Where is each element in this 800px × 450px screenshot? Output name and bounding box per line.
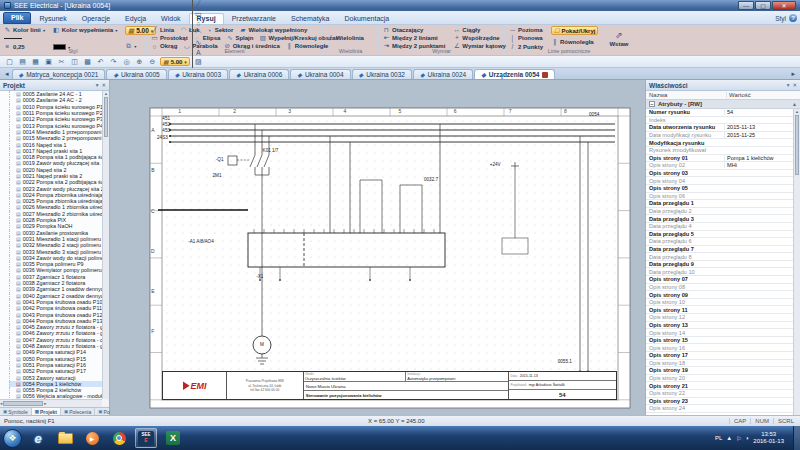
property-value[interactable]: 54: [724, 109, 793, 115]
ribbon-item-pozioma[interactable]: ─Pozioma: [509, 26, 543, 33]
tree-item-0025[interactable]: ▤0025 Pompa zbiornika uśredniając: [9, 198, 102, 204]
tree-item-0027[interactable]: ▤0027 Mieszadło 2 zbiornika uśredn: [9, 211, 102, 217]
drawing-canvas[interactable]: 45145245324S3-Q12M1K01 1/7+24V0032.7-A1 …: [110, 80, 645, 415]
property-value[interactable]: 2015-11-25: [724, 132, 793, 138]
line-style-sample[interactable]: [4, 38, 45, 39]
property-row-data-przeglądu-7[interactable]: Data przeglądu 7: [646, 246, 793, 254]
props-group-header[interactable]: − Atrybuty - [RW] ▲: [646, 100, 800, 109]
tree-item-0013[interactable]: ▤0013 Pompa ścieku surowego P4: [9, 122, 102, 128]
taskbar-ie-icon[interactable]: e: [27, 428, 49, 448]
toolbar-icon-zoom-in[interactable]: ⊕: [134, 58, 145, 66]
property-row-data-przeglądu-9[interactable]: Data przeglądu 9: [646, 261, 793, 269]
tree-item-0045[interactable]: ▤0045 Zawory zrzutu z flotatora - g: [9, 324, 102, 330]
tree-item-0012[interactable]: ▤0012 Pompa ścieku surowego P3: [9, 116, 102, 122]
ribbon-item-współrzędne[interactable]: +Współrzędne: [453, 34, 506, 41]
property-row-opis-strony-13[interactable]: Opis strony 13: [646, 322, 793, 330]
ribbon-item-między-2-liniami[interactable]: ⇤Między 2 liniami: [383, 34, 445, 42]
tree-item-0019[interactable]: ▤0019 Zawór wody płuczącej sita: [9, 160, 102, 166]
tray-volume-icon[interactable]: ◗: [746, 435, 750, 441]
toolbar-icon-hatch[interactable]: ▨: [193, 58, 204, 66]
tree-item-0036[interactable]: ▤0036 Wentylator pompy polimeru: [9, 267, 102, 273]
property-row-modyfikacja-rysunku[interactable]: Modyfikacja rysunku: [646, 139, 793, 147]
sidebar-tab-polecenia[interactable]: ▣Polecenia: [61, 408, 95, 415]
close-button[interactable]: ✕: [772, 1, 796, 10]
property-row-rysunek-zmodyfikował[interactable]: Rysunek zmodyfikował: [646, 147, 793, 155]
tree-item-0018[interactable]: ▤0018 Pompa sita 1 podbijająca ście: [9, 154, 102, 160]
document-tab-ukraina-0004[interactable]: ◆Ukraina 0004: [290, 69, 350, 79]
tree-item-0015[interactable]: ▤0015 Mieszadło 2 przepompowni: [9, 135, 102, 141]
property-row-data-przeglądu-4[interactable]: Data przeglądu 4: [646, 223, 793, 231]
property-row-data-modyfikacji-rysunku[interactable]: Data modyfikacji rysunku2015-11-25: [646, 132, 793, 140]
ribbon-tab-plik[interactable]: Plik: [3, 12, 31, 24]
line-color-button[interactable]: ✎Kolor linii▾: [4, 26, 45, 34]
taskbar-see-app-icon[interactable]: SEEE: [135, 428, 157, 448]
ribbon-item-linia[interactable]: ╱Linia: [151, 26, 174, 34]
property-row-opis-strony-14[interactable]: Opis strony 14: [646, 329, 793, 337]
property-row-opis-strony-19[interactable]: Opis strony 19: [646, 367, 793, 375]
toolbar-icon-save[interactable]: ▦: [30, 58, 41, 66]
tree-item-0032[interactable]: ▤0032 Mieszadło 2 stacji polimeru: [9, 242, 102, 248]
ribbon-item-ciągły[interactable]: ↔Ciągły: [453, 26, 506, 33]
property-row-opis-strony-04[interactable]: Opis strony 04: [646, 177, 793, 185]
tree-item-0043[interactable]: ▤0043 Pompa śrubowa osadu P12: [9, 311, 102, 317]
ribbon-tab-operacje[interactable]: Operacje: [75, 14, 117, 24]
toolbar-icon-spline[interactable]: ∿: [193, 39, 204, 47]
ribbon-item-otaczający[interactable]: ⊓Otaczający: [383, 26, 445, 34]
taskbar-media-icon[interactable]: ▶: [81, 428, 103, 448]
property-row-indeks[interactable]: Indeks: [646, 117, 793, 125]
document-tab-ukraina-0005[interactable]: ◆Ukraina 0005: [106, 69, 166, 79]
tree-item-0047[interactable]: ▤0047 Zawory zrzutu z flotatora - c: [9, 337, 102, 343]
property-row-opis-strony-17[interactable]: Opis strony 17: [646, 352, 793, 360]
tree-item-0042[interactable]: ▤0042 Pompa śrubowa osadu P11: [9, 305, 102, 311]
property-row-opis-strony-07[interactable]: Opis strony 07: [646, 276, 793, 284]
document-tab-ukraina-0003[interactable]: ◆Ukraina 0003: [168, 69, 228, 79]
tree-item-0023[interactable]: ▤0023 Zawór wody płuczącej sita 2: [9, 185, 102, 191]
start-button[interactable]: ❖: [3, 429, 22, 448]
collapse-icon[interactable]: −: [649, 101, 655, 107]
taskbar-excel-icon[interactable]: X: [162, 428, 184, 448]
tree-item-0041[interactable]: ▤0041 Pompa śrubowa osadu P10: [9, 299, 102, 305]
tree-item-0039[interactable]: ▤0039 Zgarniacz 1 osadów dennych: [9, 286, 102, 292]
property-row-opis-strony-02[interactable]: Opis strony 02MHi: [646, 162, 793, 170]
tray-network-icon[interactable]: ⚐: [736, 435, 741, 442]
property-row-opis-strony-20[interactable]: Opis strony 20: [646, 375, 793, 383]
tray-expand-icon[interactable]: ▲: [726, 435, 732, 441]
property-row-data-przeglądu-1[interactable]: Data przeglądu 1: [646, 200, 793, 208]
ribbon-item-rownolegla[interactable]: ∥Równoległa: [551, 38, 598, 46]
property-row-opis-strony-11[interactable]: Opis strony 11: [646, 306, 793, 314]
document-tab-urządzenia-0054[interactable]: ◆Urządzenia 0054: [474, 69, 555, 79]
toolbar-icon-cut[interactable]: ✂: [56, 58, 67, 66]
toolbar-icon-undo[interactable]: ↶: [95, 58, 106, 66]
project-tree-vscrollbar[interactable]: ▲: [102, 91, 109, 399]
tree-item-0014[interactable]: ▤0014 Mieszadło 1 przepompowni: [9, 129, 102, 135]
toolbar-icon-redo[interactable]: ↷: [108, 58, 119, 66]
property-row-data-przeglądu-10[interactable]: Data przeglądu 10: [646, 268, 793, 276]
taskbar-explorer-icon[interactable]: [54, 428, 76, 448]
tree-item-0026[interactable]: ▤0026 Mieszadło 1 zbiornika uśredn: [9, 204, 102, 210]
property-row-opis-strony-09[interactable]: Opis strony 09: [646, 291, 793, 299]
property-row-opis-strony-16[interactable]: Opis strony 16: [646, 344, 793, 352]
property-row-opis-strony-24[interactable]: Opis strony 24: [646, 405, 793, 413]
property-row-opis-strony-05[interactable]: Opis strony 05: [646, 185, 793, 193]
property-row-data-przeglądu-6[interactable]: Data przeglądu 6: [646, 238, 793, 246]
tab-scroll-right-icon[interactable]: ▸: [788, 70, 798, 79]
toolbar-icon-rectangle[interactable]: ▭: [193, 10, 204, 18]
project-tree-hscrollbar[interactable]: ◂▸: [0, 399, 102, 407]
style-menu[interactable]: Styl: [775, 15, 786, 22]
property-row-data-przeglądu-3[interactable]: Data przeglądu 3: [646, 215, 793, 223]
ribbon-item-pionowa[interactable]: │Pionowa: [509, 35, 543, 42]
tree-item-0022[interactable]: ▤0022 Pompa sita 2 podbijająca ście: [9, 179, 102, 185]
property-row-numer-rysunku[interactable]: Numer rysunku54: [646, 109, 793, 117]
document-tab-ukraina-0006[interactable]: ◆Ukraina 0006: [229, 69, 289, 79]
property-value[interactable]: MHi: [724, 162, 793, 168]
tree-item-0046[interactable]: ▤0046 Zawory zrzutu z flotatora - g: [9, 330, 102, 336]
props-close-icon[interactable]: ✕: [792, 82, 797, 88]
property-row-data-przeglądu-2[interactable]: Data przeglądu 2: [646, 208, 793, 216]
taskbar-clock[interactable]: 13:532016-01-13: [753, 431, 784, 446]
property-row-opis-strony-22[interactable]: Opis strony 22: [646, 390, 793, 398]
document-tab-matryca-koncepcja-0021[interactable]: ◆Matryca_koncepcja 0021: [12, 69, 106, 79]
props-scroll-up-icon[interactable]: ▲: [792, 101, 797, 107]
property-row-data-utworzenia-rysunku[interactable]: Data utworzenia rysunku2015-11-13: [646, 124, 793, 132]
tab-scroll-left-icon[interactable]: ◂: [2, 70, 12, 79]
show-desktop-button[interactable]: [793, 426, 800, 450]
